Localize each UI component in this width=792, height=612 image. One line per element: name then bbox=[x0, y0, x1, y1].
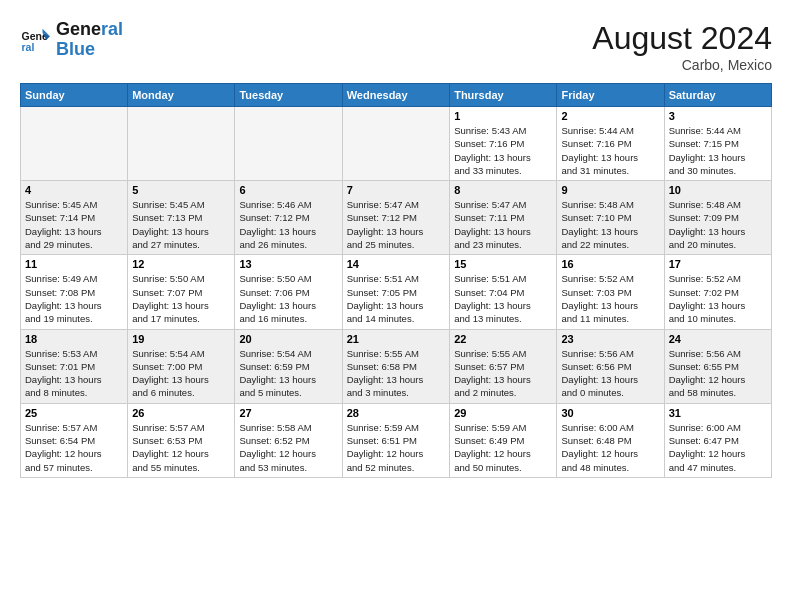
day-info: Sunrise: 5:55 AM Sunset: 6:57 PM Dayligh… bbox=[454, 347, 552, 400]
header-monday: Monday bbox=[128, 84, 235, 107]
calendar-week-3: 11Sunrise: 5:49 AM Sunset: 7:08 PM Dayli… bbox=[21, 255, 772, 329]
day-number: 21 bbox=[347, 333, 445, 345]
day-number: 14 bbox=[347, 258, 445, 270]
calendar-table: SundayMondayTuesdayWednesdayThursdayFrid… bbox=[20, 83, 772, 478]
calendar-day bbox=[342, 107, 449, 181]
calendar-day: 30Sunrise: 6:00 AM Sunset: 6:48 PM Dayli… bbox=[557, 403, 664, 477]
day-info: Sunrise: 5:44 AM Sunset: 7:16 PM Dayligh… bbox=[561, 124, 659, 177]
day-info: Sunrise: 5:47 AM Sunset: 7:12 PM Dayligh… bbox=[347, 198, 445, 251]
svg-text:ral: ral bbox=[22, 40, 35, 52]
day-number: 8 bbox=[454, 184, 552, 196]
day-number: 5 bbox=[132, 184, 230, 196]
calendar-day: 8Sunrise: 5:47 AM Sunset: 7:11 PM Daylig… bbox=[450, 181, 557, 255]
day-number: 10 bbox=[669, 184, 767, 196]
calendar-day: 2Sunrise: 5:44 AM Sunset: 7:16 PM Daylig… bbox=[557, 107, 664, 181]
calendar-header-row: SundayMondayTuesdayWednesdayThursdayFrid… bbox=[21, 84, 772, 107]
day-number: 3 bbox=[669, 110, 767, 122]
day-number: 13 bbox=[239, 258, 337, 270]
calendar-day bbox=[235, 107, 342, 181]
day-info: Sunrise: 5:52 AM Sunset: 7:02 PM Dayligh… bbox=[669, 272, 767, 325]
day-info: Sunrise: 5:48 AM Sunset: 7:09 PM Dayligh… bbox=[669, 198, 767, 251]
day-info: Sunrise: 5:51 AM Sunset: 7:05 PM Dayligh… bbox=[347, 272, 445, 325]
calendar-day: 23Sunrise: 5:56 AM Sunset: 6:56 PM Dayli… bbox=[557, 329, 664, 403]
day-info: Sunrise: 5:54 AM Sunset: 6:59 PM Dayligh… bbox=[239, 347, 337, 400]
calendar-day: 12Sunrise: 5:50 AM Sunset: 7:07 PM Dayli… bbox=[128, 255, 235, 329]
day-number: 9 bbox=[561, 184, 659, 196]
location: Carbo, Mexico bbox=[592, 57, 772, 73]
day-number: 24 bbox=[669, 333, 767, 345]
day-number: 11 bbox=[25, 258, 123, 270]
day-number: 18 bbox=[25, 333, 123, 345]
header-saturday: Saturday bbox=[664, 84, 771, 107]
day-info: Sunrise: 5:53 AM Sunset: 7:01 PM Dayligh… bbox=[25, 347, 123, 400]
calendar-day: 10Sunrise: 5:48 AM Sunset: 7:09 PM Dayli… bbox=[664, 181, 771, 255]
day-number: 28 bbox=[347, 407, 445, 419]
day-number: 7 bbox=[347, 184, 445, 196]
logo: Gene ral GeneralBlue bbox=[20, 20, 123, 60]
day-info: Sunrise: 5:50 AM Sunset: 7:07 PM Dayligh… bbox=[132, 272, 230, 325]
calendar-day: 1Sunrise: 5:43 AM Sunset: 7:16 PM Daylig… bbox=[450, 107, 557, 181]
calendar-day: 11Sunrise: 5:49 AM Sunset: 7:08 PM Dayli… bbox=[21, 255, 128, 329]
header-friday: Friday bbox=[557, 84, 664, 107]
day-number: 2 bbox=[561, 110, 659, 122]
calendar-day: 18Sunrise: 5:53 AM Sunset: 7:01 PM Dayli… bbox=[21, 329, 128, 403]
day-info: Sunrise: 5:46 AM Sunset: 7:12 PM Dayligh… bbox=[239, 198, 337, 251]
day-info: Sunrise: 5:58 AM Sunset: 6:52 PM Dayligh… bbox=[239, 421, 337, 474]
day-info: Sunrise: 5:52 AM Sunset: 7:03 PM Dayligh… bbox=[561, 272, 659, 325]
day-number: 17 bbox=[669, 258, 767, 270]
day-info: Sunrise: 5:49 AM Sunset: 7:08 PM Dayligh… bbox=[25, 272, 123, 325]
day-info: Sunrise: 6:00 AM Sunset: 6:48 PM Dayligh… bbox=[561, 421, 659, 474]
day-number: 29 bbox=[454, 407, 552, 419]
day-number: 6 bbox=[239, 184, 337, 196]
calendar-day: 27Sunrise: 5:58 AM Sunset: 6:52 PM Dayli… bbox=[235, 403, 342, 477]
header-tuesday: Tuesday bbox=[235, 84, 342, 107]
calendar-day: 15Sunrise: 5:51 AM Sunset: 7:04 PM Dayli… bbox=[450, 255, 557, 329]
day-number: 16 bbox=[561, 258, 659, 270]
day-number: 23 bbox=[561, 333, 659, 345]
calendar-day: 19Sunrise: 5:54 AM Sunset: 7:00 PM Dayli… bbox=[128, 329, 235, 403]
calendar-week-4: 18Sunrise: 5:53 AM Sunset: 7:01 PM Dayli… bbox=[21, 329, 772, 403]
day-number: 15 bbox=[454, 258, 552, 270]
day-number: 27 bbox=[239, 407, 337, 419]
calendar-day: 14Sunrise: 5:51 AM Sunset: 7:05 PM Dayli… bbox=[342, 255, 449, 329]
header-wednesday: Wednesday bbox=[342, 84, 449, 107]
calendar-day: 9Sunrise: 5:48 AM Sunset: 7:10 PM Daylig… bbox=[557, 181, 664, 255]
calendar-day: 4Sunrise: 5:45 AM Sunset: 7:14 PM Daylig… bbox=[21, 181, 128, 255]
day-info: Sunrise: 5:59 AM Sunset: 6:49 PM Dayligh… bbox=[454, 421, 552, 474]
calendar-day: 20Sunrise: 5:54 AM Sunset: 6:59 PM Dayli… bbox=[235, 329, 342, 403]
calendar-day: 3Sunrise: 5:44 AM Sunset: 7:15 PM Daylig… bbox=[664, 107, 771, 181]
day-number: 25 bbox=[25, 407, 123, 419]
day-number: 30 bbox=[561, 407, 659, 419]
calendar-day: 25Sunrise: 5:57 AM Sunset: 6:54 PM Dayli… bbox=[21, 403, 128, 477]
day-info: Sunrise: 5:47 AM Sunset: 7:11 PM Dayligh… bbox=[454, 198, 552, 251]
page-header: Gene ral GeneralBlue August 2024 Carbo, … bbox=[20, 20, 772, 73]
day-number: 19 bbox=[132, 333, 230, 345]
calendar-day: 29Sunrise: 5:59 AM Sunset: 6:49 PM Dayli… bbox=[450, 403, 557, 477]
calendar-day: 24Sunrise: 5:56 AM Sunset: 6:55 PM Dayli… bbox=[664, 329, 771, 403]
calendar-week-2: 4Sunrise: 5:45 AM Sunset: 7:14 PM Daylig… bbox=[21, 181, 772, 255]
day-info: Sunrise: 5:45 AM Sunset: 7:13 PM Dayligh… bbox=[132, 198, 230, 251]
day-info: Sunrise: 5:50 AM Sunset: 7:06 PM Dayligh… bbox=[239, 272, 337, 325]
calendar-day bbox=[128, 107, 235, 181]
day-info: Sunrise: 5:56 AM Sunset: 6:56 PM Dayligh… bbox=[561, 347, 659, 400]
day-info: Sunrise: 5:44 AM Sunset: 7:15 PM Dayligh… bbox=[669, 124, 767, 177]
day-info: Sunrise: 5:45 AM Sunset: 7:14 PM Dayligh… bbox=[25, 198, 123, 251]
day-number: 26 bbox=[132, 407, 230, 419]
calendar-day: 21Sunrise: 5:55 AM Sunset: 6:58 PM Dayli… bbox=[342, 329, 449, 403]
header-thursday: Thursday bbox=[450, 84, 557, 107]
day-number: 22 bbox=[454, 333, 552, 345]
calendar-day: 31Sunrise: 6:00 AM Sunset: 6:47 PM Dayli… bbox=[664, 403, 771, 477]
calendar-day: 6Sunrise: 5:46 AM Sunset: 7:12 PM Daylig… bbox=[235, 181, 342, 255]
logo-icon: Gene ral bbox=[20, 25, 50, 55]
calendar-day: 26Sunrise: 5:57 AM Sunset: 6:53 PM Dayli… bbox=[128, 403, 235, 477]
day-number: 12 bbox=[132, 258, 230, 270]
day-number: 4 bbox=[25, 184, 123, 196]
day-info: Sunrise: 5:57 AM Sunset: 6:53 PM Dayligh… bbox=[132, 421, 230, 474]
day-info: Sunrise: 5:55 AM Sunset: 6:58 PM Dayligh… bbox=[347, 347, 445, 400]
calendar-day: 13Sunrise: 5:50 AM Sunset: 7:06 PM Dayli… bbox=[235, 255, 342, 329]
day-number: 20 bbox=[239, 333, 337, 345]
header-sunday: Sunday bbox=[21, 84, 128, 107]
calendar-week-1: 1Sunrise: 5:43 AM Sunset: 7:16 PM Daylig… bbox=[21, 107, 772, 181]
day-info: Sunrise: 6:00 AM Sunset: 6:47 PM Dayligh… bbox=[669, 421, 767, 474]
day-info: Sunrise: 5:43 AM Sunset: 7:16 PM Dayligh… bbox=[454, 124, 552, 177]
